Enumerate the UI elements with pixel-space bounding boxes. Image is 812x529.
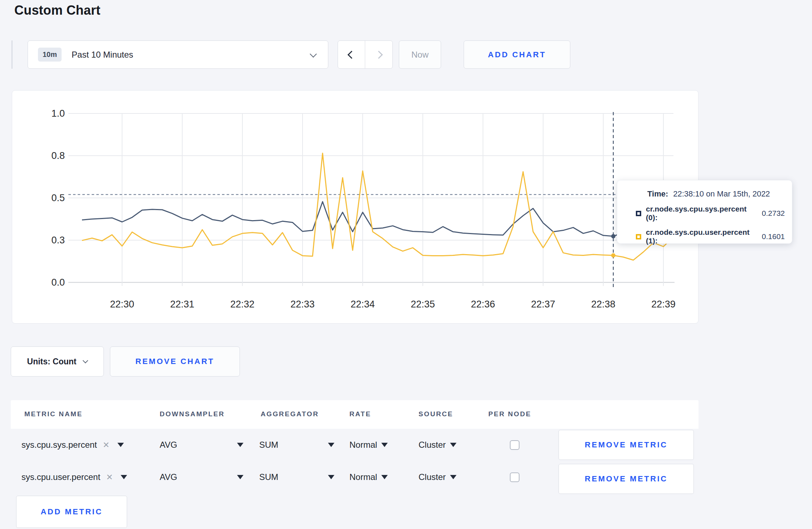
aggregator-select[interactable]: SUM [259,463,334,491]
remove-metric-button[interactable]: REMOVE METRIC [559,464,694,494]
metric-dropdown-caret-icon[interactable] [117,443,124,447]
rate-select[interactable]: Normal [349,431,388,459]
x-tick-label: 22:35 [411,299,435,310]
time-range-select[interactable]: 10m Past 10 Minutes [28,40,328,69]
user-series-swatch-icon [636,234,641,239]
source-value: Cluster [419,440,446,450]
chevron-left-icon [347,50,356,59]
user-hover-dot [611,253,615,257]
now-button[interactable]: Now [399,40,441,69]
toolbar-divider [11,40,13,69]
tooltip-series-value: 0.1601 [762,232,785,241]
per-node-checkbox[interactable] [510,440,519,450]
source-select[interactable]: Cluster [419,431,456,459]
y-tick-label: 0.8 [51,150,65,161]
col-header-source: SOURCE [419,410,453,418]
x-tick-label: 22:36 [471,299,495,310]
col-header-per-node: PER NODE [488,410,531,418]
add-metric-button[interactable]: ADD METRIC [16,496,127,528]
add-chart-button[interactable]: ADD CHART [464,40,570,69]
units-select[interactable]: Units: Count [11,346,104,377]
y-tick-label: 0.3 [51,235,65,246]
x-tick-label: 22:39 [651,299,676,310]
metric-dropdown-caret-icon[interactable] [121,475,127,479]
x-tick-label: 22:34 [351,299,375,310]
caret-down-icon [237,475,243,479]
y-tick-label: 0.0 [51,277,65,288]
tooltip-series-value: 0.2732 [762,209,785,218]
y-tick-label: 1.0 [51,108,65,119]
remove-metric-button[interactable]: REMOVE METRIC [559,430,694,460]
page-title: Custom Chart [14,3,100,18]
tooltip-time-value: 22:38:10 on Mar 15th, 2022 [673,189,770,199]
per-node-checkbox[interactable] [510,472,519,482]
user-percent-line [82,153,673,260]
metric-name-value: sys.cpu.user.percent [21,472,100,482]
chevron-down-icon [310,50,317,58]
col-header-metric-name: METRIC NAME [24,410,83,418]
time-pager [338,40,393,69]
next-interval-button[interactable] [365,41,392,68]
rate-value: Normal [349,472,377,482]
caret-down-icon [328,443,334,447]
chart-tooltip: Time: 22:38:10 on Mar 15th, 2022 cr.node… [617,180,792,244]
custom-chart-plot[interactable]: 0.00.30.50.81.022:3022:3122:3222:3322:34… [12,91,699,324]
y-tick-label: 0.5 [51,193,65,203]
source-select[interactable]: Cluster [419,463,456,491]
tooltip-series-label: cr.node.sys.cpu.sys.percent (0): [646,205,757,222]
downsampler-select[interactable]: AVG [160,431,243,459]
clear-metric-icon[interactable]: ✕ [103,440,110,450]
source-value: Cluster [419,472,446,482]
tooltip-series-row: cr.node.sys.cpu.sys.percent (0): 0.2732 [636,205,785,222]
col-header-rate: RATE [349,410,371,418]
caret-down-icon [381,443,388,447]
caret-down-icon [450,443,456,447]
downsampler-value: AVG [160,440,177,450]
x-tick-label: 22:38 [591,299,615,310]
prev-interval-button[interactable] [338,41,365,68]
caret-down-icon [328,475,334,479]
clear-metric-icon[interactable]: ✕ [106,472,113,482]
tooltip-series-label: cr.node.sys.cpu.user.percent (1): [646,228,757,245]
col-header-aggregator: AGGREGATOR [261,410,319,418]
downsampler-value: AVG [160,472,177,482]
tooltip-time-label: Time: [647,189,668,199]
x-tick-label: 22:30 [110,299,134,310]
time-range-label: Past 10 Minutes [72,50,133,60]
rate-value: Normal [349,440,377,450]
caret-down-icon [237,443,243,447]
x-tick-label: 22:31 [170,299,194,310]
chart-card: 0.00.30.50.81.022:3022:3122:3222:3322:34… [12,90,699,324]
caret-down-icon [381,475,388,479]
aggregator-value: SUM [259,472,278,482]
remove-chart-button[interactable]: REMOVE CHART [110,346,240,377]
aggregator-select[interactable]: SUM [259,431,334,459]
chevron-right-icon [375,50,383,59]
metrics-table-header: METRIC NAME DOWNSAMPLER AGGREGATOR RATE … [11,400,699,429]
time-range-badge: 10m [38,48,62,62]
sys-hover-dot [611,234,615,238]
chevron-down-icon [83,358,88,363]
metric-name-value: sys.cpu.sys.percent [21,440,97,450]
units-label: Units: Count [27,357,77,367]
tooltip-series-row: cr.node.sys.cpu.user.percent (1): 0.1601 [636,228,785,245]
sys-percent-line [82,202,673,236]
x-tick-label: 22:32 [230,299,255,310]
sys-series-swatch-icon [636,211,641,216]
col-header-downsampler: DOWNSAMPLER [160,410,225,418]
aggregator-value: SUM [259,440,278,450]
caret-down-icon [450,475,456,479]
x-tick-label: 22:37 [531,299,555,310]
rate-select[interactable]: Normal [349,463,388,491]
downsampler-select[interactable]: AVG [160,463,243,491]
x-tick-label: 22:33 [290,299,315,310]
